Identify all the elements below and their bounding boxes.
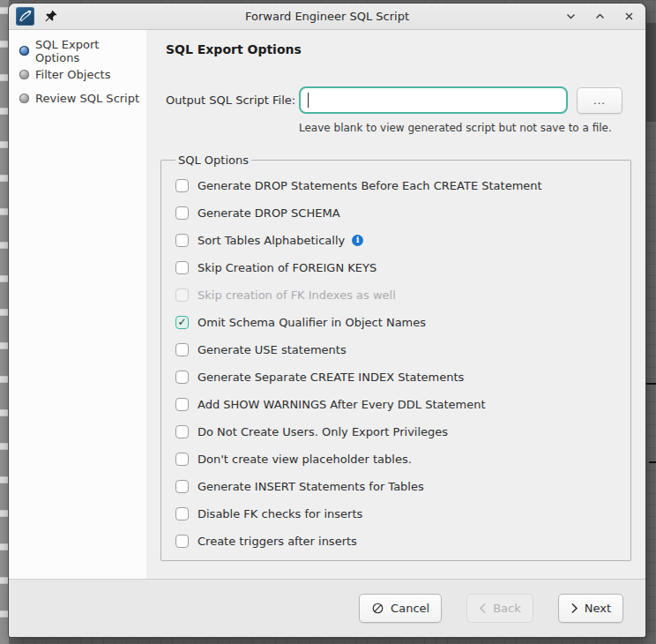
checkbox[interactable] (175, 535, 189, 548)
checkbox[interactable] (175, 480, 189, 493)
output-file-input[interactable] (299, 86, 568, 114)
back-button[interactable]: Back (466, 594, 533, 623)
checkbox[interactable] (175, 206, 189, 220)
checkbox-label: Omit Schema Qualifier in Object Names (198, 316, 426, 329)
checkbox[interactable] (175, 288, 189, 302)
dialog-body: SQL Export Options Filter Objects Review… (9, 30, 645, 579)
checkbox-row[interactable]: Generate USE statements i (175, 341, 622, 357)
sql-options-legend: SQL Options (175, 154, 251, 167)
checkbox-row[interactable]: Skip Creation of FOREIGN KEYS i (175, 259, 622, 275)
output-file-row: Output SQL Script File: ... (166, 86, 630, 114)
chevron-left-icon (479, 603, 487, 614)
checkbox[interactable] (175, 316, 189, 329)
background-diagram-line (646, 383, 656, 385)
checkbox[interactable] (175, 234, 189, 247)
close-icon[interactable] (622, 11, 635, 23)
checkbox[interactable] (175, 371, 189, 384)
checkbox-row[interactable]: Don't create view placeholder tables. i (175, 451, 622, 467)
title-bar: Forward Engineer SQL Script (9, 4, 645, 30)
cancel-label: Cancel (391, 602, 429, 615)
checkbox[interactable] (175, 507, 189, 520)
step-label: SQL Export Options (35, 38, 146, 64)
checkbox-label: Generate USE statements (198, 343, 347, 356)
browse-button[interactable]: ... (577, 87, 622, 114)
window-title: Forward Engineer SQL Script (9, 10, 645, 23)
checkbox[interactable] (175, 398, 189, 411)
sql-options-group: SQL Options Generate DROP Statements Bef… (160, 154, 631, 561)
sidebar-step[interactable]: Filter Objects (19, 67, 146, 82)
text-caret (308, 93, 309, 108)
checkbox-label: Generate DROP Statements Before Each CRE… (198, 179, 542, 192)
checkbox[interactable] (175, 343, 189, 356)
mysql-workbench-logo-icon (16, 7, 34, 26)
minimize-icon[interactable] (564, 11, 577, 23)
main-panel: SQL Export Options Output SQL Script Fil… (146, 30, 645, 579)
checkbox-label: Do Not Create Users. Only Export Privile… (198, 425, 448, 438)
next-button[interactable]: Next (558, 594, 623, 623)
checkbox[interactable] (175, 261, 189, 274)
checkbox-label: Generate INSERT Statements for Tables (198, 480, 424, 493)
checkbox-label: Create triggers after inserts (198, 535, 357, 548)
page-title: SQL Export Options (166, 42, 630, 56)
step-label: Filter Objects (35, 68, 110, 81)
checkbox-list: Generate DROP Statements Before Each CRE… (175, 177, 622, 549)
checkbox-label: Generate DROP SCHEMA (198, 206, 340, 220)
checkbox-row[interactable]: Generate DROP SCHEMA i (175, 205, 622, 221)
checkbox-row[interactable]: Generate Separate CREATE INDEX Statement… (175, 369, 622, 385)
checkbox[interactable] (175, 453, 189, 466)
info-icon[interactable]: i (352, 235, 363, 246)
checkbox-label: Generate Separate CREATE INDEX Statement… (198, 371, 464, 384)
checkbox-row[interactable]: Create triggers after inserts i (175, 533, 622, 549)
wizard-steps-sidebar: SQL Export Options Filter Objects Review… (9, 30, 146, 579)
step-dot-icon (19, 70, 29, 79)
checkbox-label: Sort Tables Alphabetically (198, 234, 345, 247)
checkbox-row[interactable]: Generate DROP Statements Before Each CRE… (175, 177, 622, 193)
checkbox-row[interactable]: Add SHOW WARNINGS After Every DDL Statem… (175, 396, 622, 412)
output-file-label: Output SQL Script File: (166, 94, 299, 107)
checkbox-row[interactable]: Disable FK checks for inserts i (175, 505, 622, 521)
footer-bar: Cancel Back Next (9, 579, 645, 637)
checkbox[interactable] (175, 425, 189, 438)
step-label: Review SQL Script (35, 92, 139, 105)
output-file-input-wrap (299, 86, 568, 114)
checkbox-row[interactable]: Sort Tables Alphabetically i (175, 232, 622, 248)
cancel-button[interactable]: Cancel (359, 594, 442, 623)
sidebar-step[interactable]: SQL Export Options (19, 43, 146, 58)
maximize-icon[interactable] (593, 11, 606, 23)
chevron-right-icon (570, 603, 578, 614)
background-diagram-line (649, 461, 656, 463)
checkbox-row[interactable]: Skip creation of FK Indexes as well i (175, 287, 622, 303)
step-dot-icon (19, 46, 29, 56)
checkbox-label: Don't create view placeholder tables. (198, 453, 412, 466)
next-label: Next (585, 602, 611, 615)
pin-dialog-icon[interactable] (44, 10, 58, 24)
checkbox-row[interactable]: Omit Schema Qualifier in Object Names i (175, 314, 622, 330)
step-dot-icon (19, 94, 29, 103)
checkbox-label: Disable FK checks for inserts (198, 507, 362, 520)
back-label: Back (493, 602, 521, 615)
forward-engineer-dialog: Forward Engineer SQL Script SQL Export O… (9, 4, 645, 637)
window-controls (564, 11, 635, 23)
background-diagram-figure (645, 23, 656, 122)
no-entry-icon (371, 602, 384, 615)
output-file-hint: Leave blank to view generated script but… (299, 122, 630, 134)
background-tools-toolbar (0, 0, 9, 644)
checkbox-label: Skip creation of FK Indexes as well (198, 288, 396, 302)
checkbox-label: Add SHOW WARNINGS After Every DDL Statem… (198, 398, 486, 411)
sidebar-step[interactable]: Review SQL Script (19, 91, 146, 106)
checkbox[interactable] (175, 179, 189, 192)
checkbox-row[interactable]: Generate INSERT Statements for Tables i (175, 478, 622, 494)
checkbox-row[interactable]: Do Not Create Users. Only Export Privile… (175, 423, 622, 439)
checkbox-label: Skip Creation of FOREIGN KEYS (198, 261, 376, 274)
